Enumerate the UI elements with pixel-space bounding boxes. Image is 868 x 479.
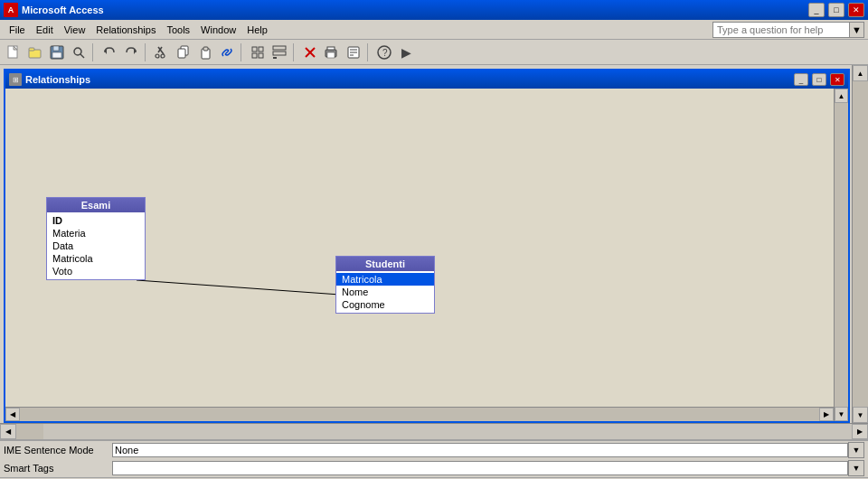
esami-table[interactable]: Esami ID Materia Data Matricola Voto <box>46 197 146 280</box>
outer-scroll-right[interactable]: ▶ <box>852 424 868 439</box>
svg-rect-16 <box>178 49 185 58</box>
app-icon: A <box>4 3 18 17</box>
main-area: ⊞ Relationships _ □ ✕ Esami ID Materia D… <box>0 65 868 423</box>
esami-table-header: Esami <box>47 198 145 212</box>
menu-tools[interactable]: Tools <box>161 23 195 37</box>
rel-scroll-left[interactable]: ◀ <box>5 408 20 421</box>
menu-file[interactable]: File <box>4 23 31 37</box>
svg-rect-30 <box>327 52 335 58</box>
svg-point-7 <box>74 48 81 55</box>
toolbar-delete[interactable] <box>300 42 320 62</box>
toolbar-sep-4 <box>293 43 297 61</box>
toolbar: ? ▶ <box>0 40 868 65</box>
rel-minimize-button[interactable]: _ <box>794 73 808 86</box>
menu-bar: File Edit View Relationships Tools Windo… <box>0 20 868 40</box>
rel-hscroll-track <box>20 408 819 421</box>
ime-dropdown[interactable]: ▼ <box>848 442 864 458</box>
studenti-table[interactable]: Studenti Matricola Nome Cognome <box>335 256 435 314</box>
help-box[interactable]: ▼ <box>712 22 864 38</box>
outer-scroll-track <box>853 81 868 407</box>
svg-rect-23 <box>273 46 286 50</box>
esami-field-data: Data <box>47 240 145 252</box>
outer-vscrollbar: ▲ ▼ <box>852 65 868 423</box>
svg-rect-3 <box>29 48 34 51</box>
toolbar-open[interactable] <box>25 42 45 62</box>
rel-window-icon: ⊞ <box>9 73 22 86</box>
outer-hscroll-track <box>43 424 852 439</box>
toolbar-print-prev[interactable] <box>322 42 342 62</box>
status-ime-row: IME Sentence Mode None ▼ <box>0 441 868 459</box>
toolbar-new[interactable] <box>4 42 24 62</box>
studenti-field-cognome: Cognome <box>336 298 434 311</box>
menu-view[interactable]: View <box>59 23 91 37</box>
rel-scroll-down[interactable]: ▼ <box>835 407 848 421</box>
studenti-field-nome: Nome <box>336 286 434 298</box>
rel-hscrollbar: ◀ ▶ <box>5 407 834 421</box>
svg-rect-25 <box>273 57 277 59</box>
toolbar-help[interactable]: ? <box>374 42 394 62</box>
status-area: IME Sentence Mode None ▼ Smart Tags ▼ <box>0 439 868 477</box>
rel-scroll-right[interactable]: ▶ <box>819 408 834 421</box>
restore-button[interactable]: □ <box>828 3 844 17</box>
smart-tags-label: Smart Tags <box>4 463 112 474</box>
rel-window-title: Relationships <box>25 74 790 85</box>
rel-close-button[interactable]: ✕ <box>830 73 844 86</box>
svg-line-8 <box>80 54 84 58</box>
svg-rect-24 <box>273 52 286 55</box>
toolbar-undo[interactable] <box>99 42 119 62</box>
toolbar-grid2[interactable] <box>269 42 289 62</box>
esami-field-matricola: Matricola <box>47 252 145 265</box>
ime-value: None <box>112 443 848 457</box>
svg-rect-22 <box>259 53 263 58</box>
outer-scroll-left[interactable]: ◀ <box>0 424 16 439</box>
hscroll-thumb <box>16 424 43 439</box>
toolbar-extra[interactable]: ▶ <box>396 42 416 62</box>
outer-hscrollbar: ◀ ▶ <box>0 423 868 439</box>
rel-scroll-up[interactable]: ▲ <box>835 89 848 103</box>
menu-relationships[interactable]: Relationships <box>90 23 161 37</box>
svg-point-14 <box>161 54 165 58</box>
toolbar-link[interactable] <box>217 42 237 62</box>
help-input[interactable] <box>713 24 849 35</box>
title-bar: A Microsoft Access _ □ ✕ <box>0 0 868 20</box>
outer-scroll-down[interactable]: ▼ <box>853 407 868 423</box>
toolbar-sep-2 <box>145 43 148 61</box>
toolbar-sep-5 <box>367 43 371 61</box>
close-button[interactable]: ✕ <box>848 3 864 17</box>
toolbar-paste[interactable] <box>195 42 215 62</box>
toolbar-properties[interactable] <box>344 42 363 62</box>
svg-rect-6 <box>52 52 61 58</box>
svg-point-13 <box>156 54 159 58</box>
rel-restore-button[interactable]: □ <box>812 73 826 86</box>
studenti-table-fields: Matricola Nome Cognome <box>336 271 434 313</box>
toolbar-grid1[interactable] <box>248 42 268 62</box>
smart-tags-dropdown[interactable]: ▼ <box>848 460 864 476</box>
svg-rect-21 <box>252 53 257 58</box>
svg-rect-5 <box>53 46 59 51</box>
menu-help[interactable]: Help <box>241 23 273 37</box>
esami-field-voto: Voto <box>47 265 145 277</box>
svg-text:?: ? <box>382 48 388 58</box>
menu-window[interactable]: Window <box>195 23 241 37</box>
relationships-canvas: Esami ID Materia Data Matricola Voto Stu… <box>5 89 848 421</box>
toolbar-redo[interactable] <box>121 42 141 62</box>
help-dropdown-arrow[interactable]: ▼ <box>849 23 863 37</box>
toolbar-search[interactable] <box>69 42 89 62</box>
outer-scroll-up[interactable]: ▲ <box>853 65 868 81</box>
relationships-window: ⊞ Relationships _ □ ✕ Esami ID Materia D… <box>4 69 850 423</box>
menu-edit[interactable]: Edit <box>31 23 59 37</box>
relationships-titlebar: ⊞ Relationships _ □ ✕ <box>5 70 848 89</box>
studenti-field-matricola: Matricola <box>336 273 434 286</box>
toolbar-sep-1 <box>92 43 96 61</box>
toolbar-sep-3 <box>241 43 244 61</box>
toolbar-copy[interactable] <box>174 42 193 62</box>
esami-field-materia: Materia <box>47 227 145 240</box>
rel-vscrollbar: ▲ ▼ <box>834 89 848 421</box>
svg-rect-19 <box>252 47 257 52</box>
toolbar-save[interactable] <box>47 42 67 62</box>
minimize-button[interactable]: _ <box>808 3 825 17</box>
rel-scroll-track <box>835 103 848 407</box>
toolbar-cut[interactable] <box>152 42 172 62</box>
esami-field-id: ID <box>47 214 145 227</box>
esami-table-fields: ID Materia Data Matricola Voto <box>47 212 145 279</box>
